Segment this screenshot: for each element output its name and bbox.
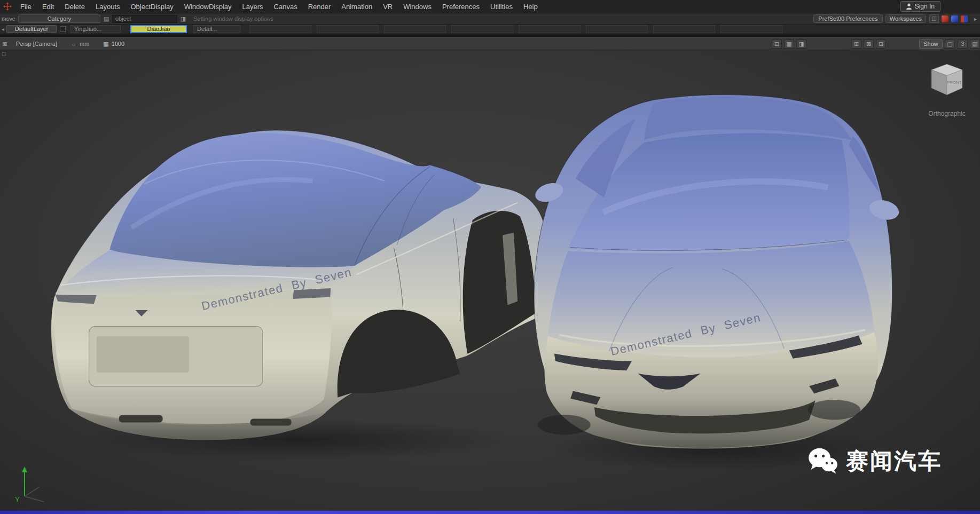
sign-in-label: Sign In — [915, 3, 935, 10]
menu-preferences[interactable]: Preferences — [437, 0, 485, 13]
menu-canvas[interactable]: Canvas — [269, 0, 303, 13]
layer-tab-row — [249, 25, 782, 33]
window-frame-icon[interactable]: ⊠ — [0, 41, 10, 48]
layer-tab-yingjiao[interactable]: YingJiao... — [70, 25, 121, 33]
prefset-preferences-button[interactable]: PrefSet00 Preferences — [813, 14, 883, 23]
expand-view-icon[interactable]: ⊡ — [876, 39, 886, 49]
layer-tab-diaojiao-selected[interactable]: DiaoJiao — [130, 25, 187, 33]
sign-in-button[interactable]: Sign In — [900, 1, 940, 12]
layer-field-empty[interactable] — [384, 25, 446, 33]
window-display-hint: Setting window display options — [189, 15, 291, 22]
grid-toggle-icon[interactable]: ⊞ — [851, 39, 861, 49]
viewport-header: ⊠ Persp [Camera] ↔ mm ▦ 1000 ⊡ ▦ ◨ ⊞ ⊠ ⊡… — [0, 37, 980, 50]
layer-field-empty[interactable] — [249, 25, 311, 33]
grid-size-group: ▦ 1000 — [103, 41, 124, 48]
wechat-logo — [807, 447, 838, 476]
menu-utilities[interactable]: Utilities — [485, 0, 518, 13]
display-mode-icon[interactable]: ▢ — [945, 39, 955, 49]
snapshot-icon[interactable]: ▦ — [784, 39, 794, 49]
car-model-front-view[interactable] — [515, 88, 900, 462]
view-cube-front-label: FRONT — [947, 80, 962, 85]
menu-help[interactable]: Help — [518, 0, 543, 13]
menu-edit[interactable]: Edit — [37, 0, 59, 13]
layer-field-empty[interactable] — [653, 25, 715, 33]
units-group: ↔ mm — [71, 41, 89, 47]
layer-field-empty[interactable] — [317, 25, 379, 33]
move-tool-icon[interactable] — [0, 1, 15, 12]
workspaces-button[interactable]: Workspaces — [885, 14, 926, 23]
projection-label: Orthographic — [920, 110, 974, 117]
viewport-3d[interactable]: ⊡ — [0, 50, 980, 511]
menu-vr[interactable]: VR — [378, 0, 398, 13]
view-cube[interactable]: FRONT — [929, 63, 965, 97]
list-icon[interactable]: ▤ — [102, 15, 111, 22]
layer-scroll-left-icon[interactable]: ◂ — [0, 26, 6, 32]
menu-bar: File Edit Delete Layouts ObjectDisplay W… — [0, 0, 980, 13]
blue-tool-icon[interactable] — [951, 15, 958, 22]
layer-field-empty[interactable] — [451, 25, 513, 33]
bottom-accent-strip — [0, 511, 980, 514]
layer-visibility-checkbox[interactable] — [60, 26, 66, 32]
layer-field-empty[interactable] — [586, 25, 648, 33]
axis-y-label: Y — [15, 495, 20, 503]
menu-delete[interactable]: Delete — [59, 0, 90, 13]
layer-bar: ◂ DefaultLayer YingJiao... DiaoJiao Deta… — [0, 25, 980, 34]
image-plane-icon[interactable]: ◨ — [796, 39, 806, 49]
layer-field-empty[interactable] — [720, 25, 782, 33]
grid-preset-icon[interactable]: ▦ — [103, 41, 108, 48]
default-layer-button[interactable]: DefaultLayer — [6, 25, 57, 33]
paint-swatch-icon[interactable] — [961, 15, 968, 22]
menu-windowdisplay[interactable]: WindowDisplay — [179, 0, 237, 13]
menu-objectdisplay[interactable]: ObjectDisplay — [125, 0, 178, 13]
tool-options-bar: move Category ▤ object ◨ Setting window … — [0, 13, 980, 25]
layer-tab-detail[interactable]: Detail... — [193, 25, 240, 33]
alias-application-window: File Edit Delete Layouts ObjectDisplay W… — [0, 0, 980, 514]
frame-toggle-icon[interactable]: ⊠ — [864, 39, 874, 49]
menu-animation[interactable]: Animation — [336, 0, 378, 13]
menu-layers[interactable]: Layers — [237, 0, 269, 13]
display-options-icon[interactable]: ◨ — [179, 15, 187, 22]
object-name-field[interactable]: object — [112, 15, 177, 23]
red-tool-icon[interactable] — [942, 15, 948, 22]
panel-count-box[interactable]: 3 — [958, 39, 968, 49]
bookmark-icon[interactable]: ⊡ — [772, 39, 782, 49]
person-icon — [906, 3, 912, 10]
axis-triad: Y — [12, 461, 49, 507]
grid-size-value[interactable]: 1000 — [112, 41, 124, 48]
brand-watermark: 赛闻汽车 — [807, 446, 942, 476]
brand-name-text: 赛闻汽车 — [846, 446, 942, 476]
layout-icon[interactable]: ▤ — [970, 39, 980, 49]
menu-layouts[interactable]: Layouts — [90, 0, 126, 13]
camera-view-label[interactable]: Persp [Camera] — [16, 41, 57, 47]
panel-toggle-icon[interactable]: ◫ — [929, 14, 939, 23]
layer-field-empty[interactable] — [519, 25, 581, 33]
units-label[interactable]: mm — [80, 41, 89, 47]
viewport-corner-icon[interactable]: ⊡ — [2, 51, 6, 57]
menu-file[interactable]: File — [15, 0, 37, 13]
show-menu-button[interactable]: Show — [919, 39, 943, 49]
toolbar-overflow-icon[interactable]: ▸ — [974, 16, 977, 22]
menu-windows[interactable]: Windows — [398, 0, 437, 13]
menu-render[interactable]: Render — [303, 0, 336, 13]
resize-arrows-icon: ↔ — [71, 41, 77, 47]
active-tool-label: move — [0, 15, 17, 22]
viewport-toggle-group: ⊞ ⊠ ⊡ — [849, 39, 886, 49]
category-dropdown[interactable]: Category — [18, 14, 100, 23]
